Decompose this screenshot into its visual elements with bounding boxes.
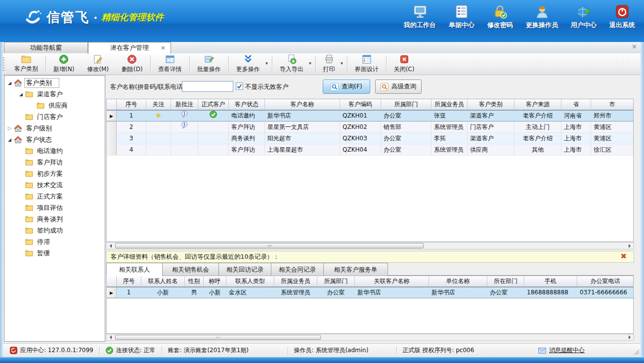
row-indicator[interactable] [107,133,117,144]
column-header-ctype[interactable]: 联系人类型 [226,276,274,287]
tree-item-13[interactable]: 签约成功 [4,225,105,236]
tab-function-nav[interactable]: 功能导航窗 [4,42,88,53]
cell-salesman[interactable]: 李拓 [431,133,468,144]
cell-customer[interactable]: 新华书店 [355,287,429,298]
cell-category[interactable]: 渠道客户 [468,111,515,121]
scroll-right-arrow-icon[interactable] [626,242,634,249]
cell-province[interactable]: 上海市 [561,133,591,144]
column-header-category[interactable]: 客户类别 [468,99,515,110]
customer-grid-hscrollbar[interactable] [106,242,634,249]
row-indicator[interactable] [107,144,117,156]
tree-expander-icon[interactable]: ◢ [18,92,24,97]
customer-row-3[interactable]: 3商务谈判阳光超市QZKH03办公室李拓渠道客户老客户介绍上海市黄浦区 [107,133,633,144]
row-indicator[interactable] [107,121,117,133]
column-header-salesman[interactable]: 所属业务员 [431,99,468,110]
cell-seq[interactable]: 4 [117,144,146,156]
column-header-formal[interactable]: 正式客户 [198,99,229,110]
column-header-seq[interactable]: 序号 [117,99,146,110]
toolbar-batch-button[interactable]: 批量操作 [191,53,227,75]
header-action-switch-operator[interactable]: 更换操作员 [526,5,558,30]
cell-dept[interactable]: 销售部 [381,121,431,133]
cell-note[interactable] [171,121,198,133]
cell-province[interactable]: 上海市 [561,144,591,156]
scroll-thumb[interactable] [115,243,424,248]
cell-note[interactable] [171,133,198,144]
customer-row-4[interactable]: 4客户拜访上海星星超市QZKH04办公室系统管理员供应商其他上海市徐汇区 [107,144,633,156]
cell-star[interactable] [146,121,171,133]
cell-category[interactable]: 渠道客户 [468,133,515,144]
cell-department[interactable]: 办公室 [487,287,524,298]
scroll-track[interactable] [114,334,626,340]
cell-name[interactable]: 星星第一文具店 [265,121,340,133]
cell-status[interactable]: 商务谈判 [229,133,265,144]
column-header-source[interactable]: 客户来源 [515,99,561,110]
column-header-title[interactable]: 称呼 [204,276,226,287]
toolbar-edit-button[interactable]: 修改(M) [81,53,115,75]
cell-office[interactable]: 0371-66666666 [577,287,634,298]
cell-ctype[interactable]: 金水区 [226,287,274,298]
column-header-customer[interactable]: 关联客户名称 [355,276,429,287]
cell-salesman[interactable]: 系统管理员 [431,121,468,133]
contacts-grid-hscrollbar[interactable] [106,334,634,341]
cell-category[interactable]: 门店客户 [468,121,515,133]
cell-company[interactable]: 新华书店 [429,287,487,298]
tree-item-3[interactable]: 门店客户 [4,111,105,122]
cell-status[interactable]: 电话邀约 [229,111,265,121]
tree-item-4[interactable]: ▷客户级别 [4,122,105,134]
cell-category[interactable]: 供应商 [468,144,515,156]
cell-salesman[interactable]: 张亚 [431,111,468,121]
cell-star[interactable]: ★ [146,111,171,121]
column-header-dept[interactable]: 所属部门 [317,276,355,287]
contact-row-1[interactable]: ▶1小新男小新金水区系统管理员办公室新华书店新华书店办公室18688888888… [107,287,633,298]
cell-province[interactable]: 上海市 [561,121,591,133]
cell-formal[interactable] [198,121,229,133]
header-action-change-password[interactable]: 修改密码 [487,5,513,30]
detail-tab-visit-records[interactable]: 相关回访记录 [218,263,271,276]
resize-grip[interactable] [634,350,639,355]
cell-formal[interactable] [198,111,229,121]
tree-item-14[interactable]: 停滞 [4,236,105,247]
scroll-thumb[interactable] [115,335,321,340]
cell-dept[interactable]: 办公室 [381,133,431,144]
detail-tab-service-orders[interactable]: 相关客户服务单 [323,263,388,276]
row-indicator[interactable]: ▶ [107,287,117,298]
cell-city[interactable]: 徐汇区 [591,144,634,156]
tree-item-7[interactable]: 客户拜访 [4,157,105,168]
cell-source[interactable]: 老客户介绍 [515,111,561,121]
scroll-left-arrow-icon[interactable] [107,242,114,249]
cell-seq[interactable]: 3 [117,133,146,144]
cell-province[interactable]: 河南省 [561,111,591,121]
tree-item-6[interactable]: 电话邀约 [4,145,105,157]
toolbar-close-button[interactable]: 关闭(C) [387,53,421,75]
tree-item-12[interactable]: 商务谈判 [4,213,105,225]
cell-seq[interactable]: 1 [117,111,146,121]
cell-note[interactable] [171,144,198,156]
scroll-left-arrow-icon[interactable] [107,334,114,340]
tree-item-2[interactable]: 供应商 [4,100,105,111]
tree-item-10[interactable]: 正式方案 [4,191,105,202]
cell-seq[interactable]: 2 [117,121,146,133]
cell-mobile[interactable]: 18688888888 [524,287,577,298]
cell-name[interactable]: 上海星星超市 [265,144,340,156]
tree-item-9[interactable]: 技术交流 [4,179,105,191]
tree-item-0[interactable]: ◢客户类别 [4,77,105,88]
cell-status[interactable]: 客户拜访 [229,144,265,156]
column-header-company[interactable]: 单位名称 [429,276,487,287]
cell-title[interactable]: 小新 [204,287,226,298]
customer-name-input[interactable] [182,81,233,92]
column-header-department[interactable]: 所在部门 [487,276,524,287]
advanced-search-button[interactable]: 高级查询 [375,80,422,94]
cell-dept[interactable]: 办公室 [381,111,431,121]
toolbar-more-actions-button[interactable]: 更多操作 [230,53,271,75]
toolbar-delete-button[interactable]: 删除(D) [115,53,149,75]
detail-tab-contract-records[interactable]: 相关合同记录 [271,263,324,276]
tree-item-15[interactable]: 暂缓 [4,247,105,259]
cell-formal[interactable] [198,133,229,144]
cell-source[interactable]: 主动上门 [515,121,561,133]
column-header-city[interactable]: 市 [591,99,634,110]
column-header-seq[interactable]: 序号 [117,276,141,287]
cell-star[interactable] [146,144,171,156]
cell-source[interactable]: 其他 [515,144,561,156]
cell-salesman[interactable]: 系统管理员 [274,287,317,298]
customer-row-1[interactable]: ▶1★电话邀约新华书店QZKH01办公室张亚渠道客户老客户介绍河南省郑州市 [107,110,633,121]
